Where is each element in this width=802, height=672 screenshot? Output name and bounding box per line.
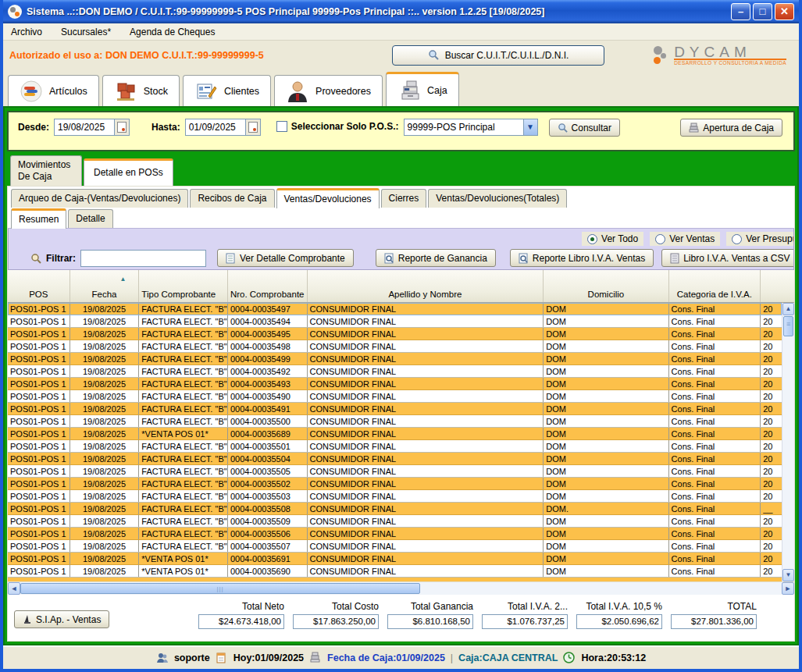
scroll-down-icon[interactable]: ▼ [782,569,794,581]
col-header-apellido-nombre[interactable]: Apellido y Nombre [308,270,544,302]
consultar-button[interactable]: Consultar [549,119,620,137]
tab-resumen[interactable]: Resumen [11,208,66,229]
tab-arqueo-de-caja[interactable]: Arqueo de Caja-(Ventas/Devoluciones) [11,189,188,208]
radio-icon [655,234,665,244]
pos-select-value: 99999-POS Principal [405,122,523,133]
col-header-extra[interactable] [761,270,782,302]
tab-proveedores[interactable]: Proveedores [274,75,383,106]
caja-tab-strip: Movimientos De Caja Detalle en POSs [7,151,795,186]
tab-ventas-devoluciones-totales[interactable]: Ventas/Devoluciones(Totales) [428,189,567,208]
ver-detalle-comprobante-button[interactable]: Ver Detalle Comprobante [217,249,354,267]
table-row[interactable]: POS01-POS 1 19/08/2025 FACTURA ELECT. "B… [8,453,782,465]
scroll-left-icon[interactable]: ◄ [8,582,20,595]
tab-ventas-devoluciones[interactable]: Ventas/Devoluciones [276,188,380,208]
vertical-scroll-thumb[interactable] [783,316,793,336]
table-row[interactable]: POS01-POS 1 19/08/2025 *VENTA POS 01* 00… [8,565,782,578]
tab-articulos[interactable]: Artículos [8,75,99,106]
menu-agenda-cheques[interactable]: Agenda de Cheques [130,27,215,37]
scroll-right-icon[interactable]: ► [782,582,794,595]
menu-archivo[interactable]: Archivo [11,27,42,37]
filtrar-input[interactable] [80,250,206,267]
radio-ver-ventas[interactable]: Ver Ventas [650,232,720,246]
tab-cierres[interactable]: Cierres [381,189,427,208]
col-header-fecha[interactable]: ▲ Fecha [70,270,140,302]
table-row[interactable]: POS01-POS 1 19/08/2025 FACTURA ELECT. "B… [8,478,782,490]
app-window: Sistema ..::DON DEMO / C.U.I.T.:99-99999… [0,0,802,672]
table-row[interactable]: POS01-POS 1 19/08/2025 FACTURA ELECT. "B… [8,365,782,378]
table-row[interactable]: POS01-POS 1 19/08/2025 FACTURA ELECT. "B… [8,465,782,478]
boxes-icon [114,80,137,102]
tab-detalle-en-poss[interactable]: Detalle en POSs [84,158,173,186]
buscar-cuit-button[interactable]: Buscar C.U.I.T./C.U.I.L./D.N.I. [392,45,604,66]
table-row[interactable]: POS01-POS 1 19/08/2025 FACTURA ELECT. "B… [8,340,782,353]
siap-ventas-button[interactable]: S.I.Ap. - Ventas [14,610,109,628]
brand-logo: DYCAM DESARROLLO Y CONSULTORIA A MEDIDA [651,45,793,66]
document-icon [226,253,236,264]
maximize-button[interactable]: □ [753,3,772,20]
table-row[interactable]: POS01-POS 1 19/08/2025 FACTURA ELECT. "B… [8,403,782,415]
table-row[interactable]: POS01-POS 1 19/08/2025 FACTURA ELECT. "B… [8,490,782,503]
horizontal-scroll-thumb[interactable] [20,583,420,594]
radio-ver-ventas-label: Ver Ventas [669,233,715,244]
table-row[interactable]: POS01-POS 1 19/08/2025 FACTURA ELECT. "B… [8,415,782,428]
horizontal-scrollbar[interactable]: ◄ ► [8,581,794,595]
table-row[interactable]: POS01-POS 1 19/08/2025 FACTURA ELECT. "B… [8,515,782,528]
total-item: Total I.V.A. 2... $1.076.737,25 [482,601,568,629]
table-row[interactable]: POS01-POS 1 19/08/2025 FACTURA ELECT. "B… [8,378,782,390]
tab-clientes-label: Clientes [224,86,259,97]
calendar-icon[interactable] [245,119,260,135]
person-icon [286,80,309,102]
solo-pos-checkbox[interactable] [276,121,287,132]
tab-recibos-de-caja[interactable]: Recibos de Caja [190,189,274,208]
table-row[interactable]: POS01-POS 1 19/08/2025 *VENTA POS 01* 00… [8,553,782,565]
pos-select[interactable]: 99999-POS Principal ▼ [404,119,538,136]
col-header-nro-comprobante[interactable]: Nro. Comprobante [228,270,308,302]
chevron-down-icon: ▼ [523,119,537,135]
table-row[interactable]: POS01-POS 1 19/08/2025 FACTURA ELECT. "B… [8,353,782,365]
table-row[interactable]: POS01-POS 1 19/08/2025 FACTURA ELECT. "B… [8,503,782,515]
status-hora: Hora:20:53:12 [581,652,646,663]
menu-sucursales[interactable]: Sucursales* [61,27,111,37]
view-tab-strip: Resumen Detalle [8,208,794,229]
tab-stock[interactable]: Stock [102,75,180,106]
col-header-tipo-comprobante[interactable]: Tipo Comprobante [139,270,228,302]
tab-movimientos-de-caja[interactable]: Movimientos De Caja [10,155,82,186]
close-button[interactable]: ✕ [775,3,794,20]
table-row[interactable]: POS01-POS 1 19/08/2025 FACTURA ELECT. "B… [8,540,782,553]
table-row[interactable]: POS01-POS 1 19/08/2025 FACTURA ELECT. "B… [8,390,782,403]
tab-clientes[interactable]: Clientes [183,75,271,106]
radio-ver-todo[interactable]: Ver Todo [582,232,643,246]
col-header-pos[interactable]: POS [8,270,70,302]
detail-tab-strip: Arqueo de Caja-(Ventas/Devoluciones) Rec… [8,187,794,208]
cash-register-icon [397,80,421,101]
apertura-caja-button[interactable]: Apertura de Caja [680,119,782,137]
desde-input[interactable] [55,122,114,133]
total-item: Total I.V.A. 10,5 % $2.050.696,62 [576,601,662,629]
col-header-categoria-iva[interactable]: Categoria de I.V.A. [669,270,761,302]
libro-iva-csv-button[interactable]: Libro I.V.A. Ventas a CSV [661,249,794,267]
radio-selected-icon [587,234,597,244]
reporte-libro-iva-button[interactable]: Reporte Libro I.V.A. Ventas [510,249,654,267]
options-panel: Ver Todo Ver Ventas Ver Presupuesto [8,229,794,270]
table-row[interactable]: POS01-POS 1 19/08/2025 *VENTA POS 01* 00… [8,428,782,440]
minimize-button[interactable]: – [731,3,750,20]
table-row[interactable]: POS01-POS 1 19/08/2025 FACTURA ELECT. "B… [8,328,782,340]
header-strip: Autorizado el uso a: DON DEMO C.U.I.T.:9… [3,41,799,70]
table-row[interactable]: POS01-POS 1 19/08/2025 FACTURA ELECT. "B… [8,440,782,453]
table-row[interactable]: POS01-POS 1 19/08/2025 FACTURA ELECT. "B… [8,315,782,328]
reporte-ganancia-button[interactable]: Reporte de Ganancia [376,249,496,267]
tab-proveedores-label: Proveedores [315,86,371,97]
tab-caja[interactable]: Caja [386,72,459,106]
brand-tagline: DESARROLLO Y CONSULTORIA A MEDIDA [674,60,786,66]
calendar-icon[interactable] [114,119,129,135]
users-icon [156,652,169,664]
app-icon [8,5,22,19]
radio-ver-presupuesto[interactable]: Ver Presupuesto [726,232,794,246]
table-row[interactable]: POS01-POS 1 19/08/2025 FACTURA ELECT. "B… [8,528,782,540]
col-header-domicilio[interactable]: Domicilio [544,270,668,302]
table-row[interactable]: POS01-POS 1 19/08/2025 FACTURA ELECT. "B… [8,303,782,315]
vertical-scrollbar[interactable]: ▲ ▼ [782,303,794,581]
scroll-up-icon[interactable]: ▲ [782,303,794,315]
hasta-input[interactable] [186,122,245,133]
tab-detalle[interactable]: Detalle [68,209,112,228]
